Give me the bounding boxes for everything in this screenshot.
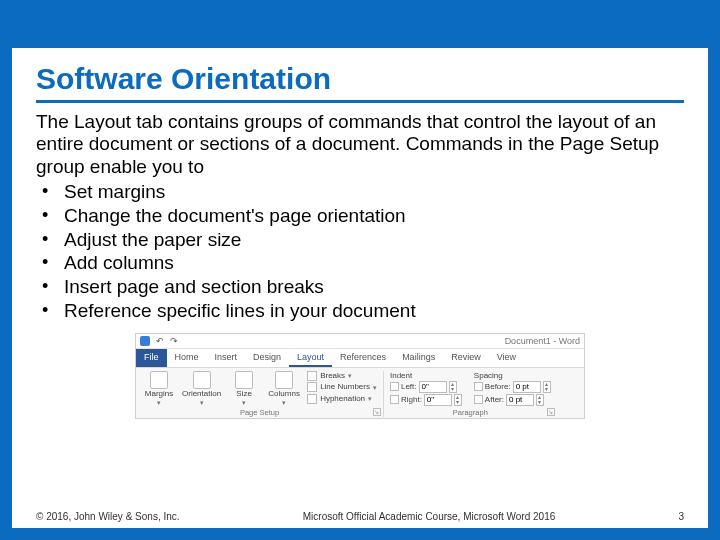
spacing-heading: Spacing — [474, 371, 551, 380]
indent-left-spinner[interactable]: ▴▾ — [449, 381, 457, 393]
spacing-before-row: Before: ▴▾ — [474, 381, 551, 393]
tab-view[interactable]: View — [489, 349, 524, 367]
indent-right-icon — [390, 395, 399, 404]
indent-right-label: Right: — [401, 395, 422, 404]
size-label: Size — [236, 390, 252, 398]
page-setup-group-label: Page Setup ↘ — [142, 408, 377, 417]
slide-title: Software Orientation — [36, 62, 684, 103]
indent-right-row: Right: ▴▾ — [390, 394, 462, 406]
orientation-icon — [193, 371, 211, 389]
columns-button[interactable]: Columns — [267, 371, 301, 406]
orientation-label: Orientation — [182, 390, 221, 398]
margins-label: Margins — [145, 390, 173, 398]
indent-left-input[interactable] — [419, 381, 447, 393]
columns-icon — [275, 371, 293, 389]
indent-heading: Indent — [390, 371, 462, 380]
spacing-before-spinner[interactable]: ▴▾ — [543, 381, 551, 393]
breaks-button[interactable]: Breaks — [307, 371, 377, 381]
size-icon — [235, 371, 253, 389]
line-numbers-button[interactable]: Line Numbers — [307, 382, 377, 392]
indent-left-row: Left: ▴▾ — [390, 381, 462, 393]
spacing-after-input[interactable] — [506, 394, 534, 406]
size-button[interactable]: Size — [227, 371, 261, 406]
indent-right-spinner[interactable]: ▴▾ — [454, 394, 462, 406]
orientation-button[interactable]: Orientation — [182, 371, 221, 406]
margins-button[interactable]: Margins — [142, 371, 176, 406]
tab-mailings[interactable]: Mailings — [394, 349, 443, 367]
bullet-item: Insert page and section breaks — [36, 275, 684, 299]
bullet-item: Change the document's page orientation — [36, 204, 684, 228]
save-icon[interactable] — [140, 336, 150, 346]
slide: Software Orientation The Layout tab cont… — [0, 0, 720, 540]
breaks-label: Breaks — [320, 371, 345, 381]
document-title: Document1 - Word — [505, 336, 580, 346]
paragraph-group-label: Paragraph ↘ — [390, 408, 551, 417]
spacing-before-label: Before: — [485, 382, 511, 391]
ribbon-tabs: File Home Insert Design Layout Reference… — [136, 349, 584, 368]
indent-left-label: Left: — [401, 382, 417, 391]
tab-home[interactable]: Home — [167, 349, 207, 367]
footer-copyright: © 2016, John Wiley & Sons, Inc. — [36, 511, 180, 522]
spacing-after-spinner[interactable]: ▴▾ — [536, 394, 544, 406]
tab-insert[interactable]: Insert — [207, 349, 246, 367]
tab-review[interactable]: Review — [443, 349, 489, 367]
tab-references[interactable]: References — [332, 349, 394, 367]
paragraph-launcher-icon[interactable]: ↘ — [547, 408, 555, 416]
hyphenation-icon — [307, 394, 317, 404]
line-numbers-icon — [307, 382, 317, 392]
quick-access-toolbar: ↶ ↷ Document1 - Word — [136, 334, 584, 349]
word-ribbon: ↶ ↷ Document1 - Word File Home Insert De… — [135, 333, 585, 419]
spacing-after-row: After: ▴▾ — [474, 394, 551, 406]
group-paragraph: Indent Left: ▴▾ Right: ▴▾ — [384, 371, 557, 417]
tab-file[interactable]: File — [136, 349, 167, 367]
page-setup-launcher-icon[interactable]: ↘ — [373, 408, 381, 416]
ribbon-groups: Margins Orientation Size Columns — [136, 368, 584, 418]
hyphenation-button[interactable]: Hyphenation — [307, 394, 377, 404]
indent-left-icon — [390, 382, 399, 391]
indent-right-input[interactable] — [424, 394, 452, 406]
spacing-after-label: After: — [485, 395, 504, 404]
bullet-item: Reference specific lines in your documen… — [36, 299, 684, 323]
line-numbers-label: Line Numbers — [320, 382, 370, 392]
redo-icon[interactable]: ↷ — [170, 336, 178, 346]
spacing-after-icon — [474, 395, 483, 404]
bullet-item: Adjust the paper size — [36, 228, 684, 252]
hyphenation-label: Hyphenation — [320, 394, 365, 404]
spacing-before-input[interactable] — [513, 381, 541, 393]
footer-page-number: 3 — [678, 511, 684, 522]
undo-icon[interactable]: ↶ — [156, 336, 164, 346]
tab-design[interactable]: Design — [245, 349, 289, 367]
slide-footer: © 2016, John Wiley & Sons, Inc. Microsof… — [36, 511, 684, 522]
bullet-item: Set margins — [36, 180, 684, 204]
columns-label: Columns — [268, 390, 300, 398]
tab-layout[interactable]: Layout — [289, 349, 332, 367]
breaks-icon — [307, 371, 317, 381]
footer-course: Microsoft Official Academic Course, Micr… — [180, 511, 679, 522]
page-setup-group-text: Page Setup — [240, 408, 279, 417]
margins-icon — [150, 371, 168, 389]
bullet-item: Add columns — [36, 251, 684, 275]
group-page-setup: Margins Orientation Size Columns — [136, 371, 384, 417]
spacing-before-icon — [474, 382, 483, 391]
paragraph-group-text: Paragraph — [453, 408, 488, 417]
intro-text: The Layout tab contains groups of comman… — [36, 111, 684, 178]
bullet-list: Set margins Change the document's page o… — [36, 180, 684, 323]
